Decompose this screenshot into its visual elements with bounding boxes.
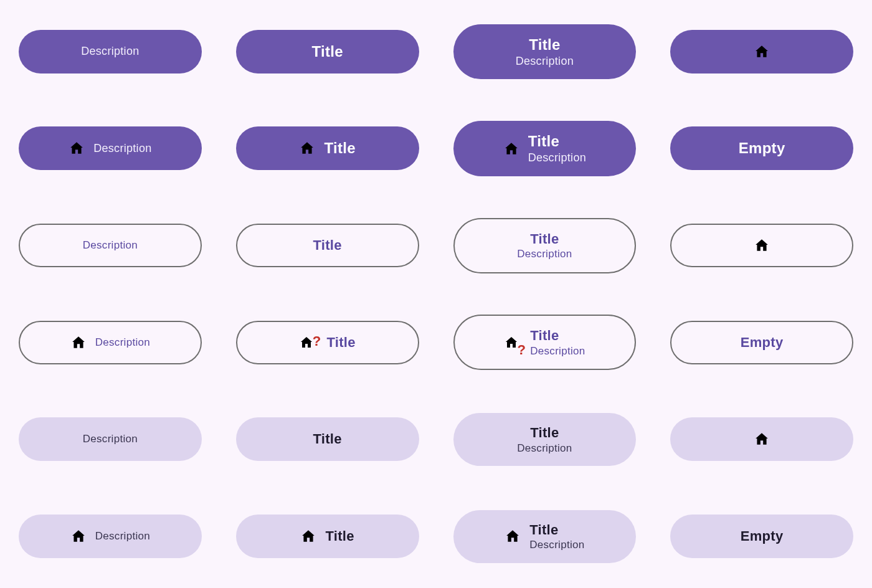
home-icon <box>754 237 770 254</box>
button-title: Title <box>530 230 559 248</box>
button-tonal-title[interactable]: Title <box>236 417 419 461</box>
button-filled-icon-desc[interactable]: Description <box>19 126 202 170</box>
button-filled-desc[interactable]: Description <box>19 30 202 74</box>
button-label: Description <box>83 433 138 445</box>
button-label: Description <box>93 142 151 155</box>
button-filled-title[interactable]: Title <box>236 30 419 74</box>
button-title: Title <box>325 528 354 544</box>
button-outlined-desc[interactable]: Description <box>19 224 202 267</box>
button-desc: Description <box>529 538 584 551</box>
button-outlined-icon-desc[interactable]: Description <box>19 321 202 364</box>
button-title: Title <box>528 132 559 151</box>
home-icon <box>299 140 315 156</box>
button-tonal-icon-title-desc[interactable]: Title Description <box>453 510 637 563</box>
button-title: Title <box>529 521 558 539</box>
button-label: Description <box>83 239 138 252</box>
button-label: Description <box>95 530 150 543</box>
button-title: Title <box>313 237 341 254</box>
home-icon <box>754 431 770 447</box>
button-tonal-icon-desc[interactable]: Description <box>19 514 202 558</box>
button-tonal-empty[interactable]: Empty <box>670 514 853 558</box>
home-icon <box>69 140 85 156</box>
button-title: Empty <box>741 528 784 544</box>
button-title: Title <box>326 334 355 351</box>
button-desc: Description <box>528 151 586 165</box>
button-desc: Description <box>517 247 572 260</box>
button-filled-icon-only[interactable] <box>670 30 853 74</box>
button-title: Empty <box>739 140 785 157</box>
button-desc: Description <box>516 54 574 69</box>
button-title: Title <box>313 431 341 447</box>
button-tonal-desc[interactable]: Description <box>19 417 202 461</box>
home-icon <box>70 528 87 544</box>
button-desc: Description <box>517 442 572 455</box>
button-title: Title <box>530 424 559 442</box>
home-icon <box>300 528 316 544</box>
question-overlay-icon: ? <box>517 342 526 358</box>
button-outlined-title-desc[interactable]: Title Description <box>453 218 637 273</box>
button-tonal-icon-only[interactable] <box>670 417 853 461</box>
home-icon <box>505 528 521 544</box>
button-outlined-icon-overlay-title[interactable]: ? Title <box>236 321 419 364</box>
question-overlay-icon: ? <box>313 333 321 349</box>
button-filled-empty[interactable]: Empty <box>670 126 853 170</box>
button-outlined-icon-only[interactable] <box>670 224 853 267</box>
button-tonal-icon-title[interactable]: Title <box>236 514 419 558</box>
button-label: Description <box>81 45 139 58</box>
home-icon <box>754 44 770 60</box>
button-filled-title-desc[interactable]: Title Description <box>453 24 637 80</box>
home-icon <box>70 334 87 351</box>
button-title: Title <box>324 140 355 157</box>
home-icon <box>503 141 519 157</box>
button-filled-icon-title[interactable]: Title <box>236 126 419 170</box>
button-outlined-title[interactable]: Title <box>236 224 419 267</box>
button-outlined-icon-overlay-title-desc[interactable]: ? Title Description <box>453 315 637 370</box>
button-variant-grid: Description Title Title Description Desc… <box>19 25 853 563</box>
button-title: Title <box>529 36 560 54</box>
button-title: Title <box>530 327 559 344</box>
button-title: Empty <box>741 334 784 351</box>
button-label: Description <box>95 336 150 349</box>
button-filled-icon-title-desc[interactable]: Title Description <box>453 121 637 176</box>
button-desc: Description <box>530 344 585 358</box>
button-outlined-empty[interactable]: Empty <box>670 321 853 364</box>
button-title: Title <box>311 43 343 60</box>
button-tonal-title-desc[interactable]: Title Description <box>453 413 637 466</box>
